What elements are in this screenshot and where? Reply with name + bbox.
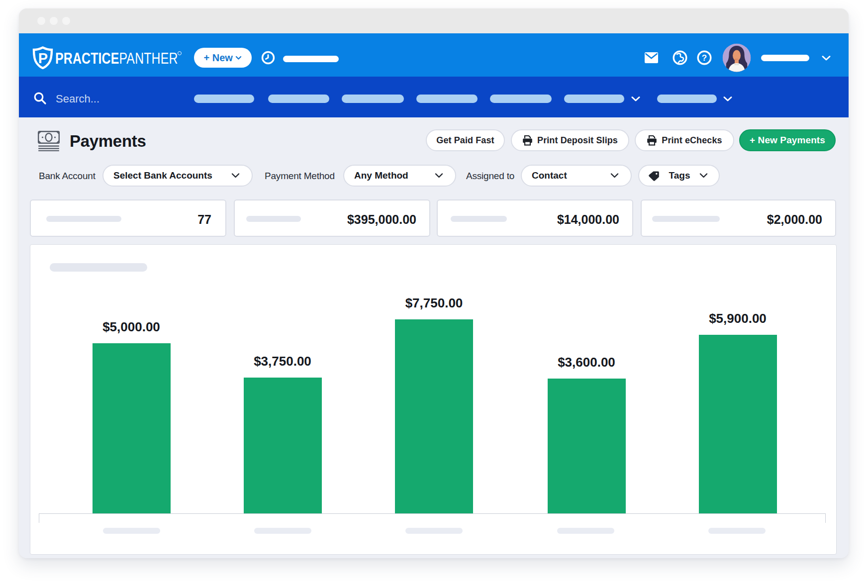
svg-text:?: ? (702, 53, 707, 63)
svg-text:P: P (38, 50, 48, 66)
